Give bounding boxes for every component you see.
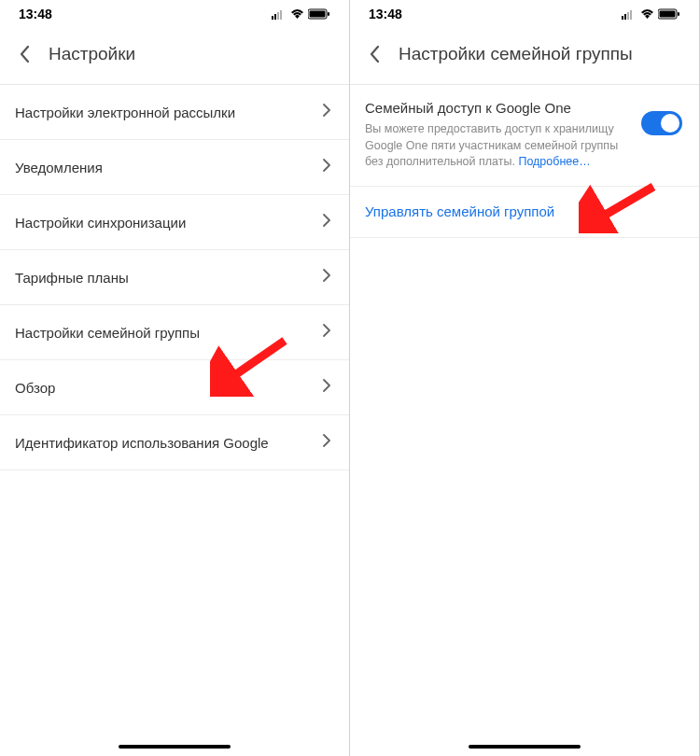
- learn-more-link[interactable]: Подробнее…: [518, 155, 590, 168]
- svg-rect-3: [280, 10, 282, 20]
- svg-rect-0: [272, 16, 273, 20]
- list-item-label: Настройки семейной группы: [15, 325, 200, 341]
- status-bar: 13:48: [0, 0, 349, 28]
- list-item-label: Настройки синхронизации: [15, 215, 186, 231]
- settings-item-sync[interactable]: Настройки синхронизации: [0, 195, 349, 250]
- family-access-toggle[interactable]: [641, 111, 682, 135]
- settings-item-usage-id[interactable]: Идентификатор использования Google: [0, 415, 349, 470]
- svg-rect-14: [678, 12, 679, 16]
- list-item-label: Уведомления: [15, 160, 103, 175]
- page-title: Настройки: [49, 44, 135, 64]
- battery-icon: [308, 8, 330, 20]
- settings-item-family[interactable]: Настройки семейной группы: [0, 305, 349, 360]
- status-icons: [272, 8, 330, 20]
- manage-family-link[interactable]: Управлять семейной группой: [365, 203, 554, 219]
- svg-rect-2: [277, 12, 279, 20]
- settings-item-email[interactable]: Настройки электронной рассылки: [0, 85, 349, 140]
- svg-rect-6: [328, 12, 329, 16]
- chevron-right-icon: [323, 324, 330, 341]
- list-item-label: Настройки электронной рассылки: [15, 105, 235, 120]
- header: Настройки: [0, 28, 349, 85]
- header: Настройки семейной группы: [350, 28, 699, 85]
- phone-right: 13:48 Настройки семейной группы Семейный…: [350, 0, 700, 756]
- dual-sim-icon: [622, 8, 637, 20]
- status-time: 13:48: [19, 7, 52, 21]
- list-item-label: Идентификатор использования Google: [15, 435, 269, 451]
- page-title: Настройки семейной группы: [399, 44, 633, 64]
- home-indicator[interactable]: [469, 745, 581, 749]
- svg-rect-1: [274, 14, 276, 20]
- dual-sim-icon: [272, 8, 287, 20]
- svg-rect-9: [624, 14, 626, 20]
- home-indicator[interactable]: [119, 745, 231, 749]
- settings-item-overview[interactable]: Обзор: [0, 360, 349, 415]
- svg-rect-13: [660, 11, 676, 18]
- section-title: Семейный доступ к Google One: [365, 100, 632, 116]
- settings-item-notifications[interactable]: Уведомления: [0, 140, 349, 195]
- battery-icon: [658, 8, 680, 20]
- svg-rect-11: [630, 10, 632, 20]
- list-item-label: Тарифные планы: [15, 270, 129, 286]
- status-bar: 13:48: [350, 0, 699, 28]
- back-button[interactable]: [361, 41, 387, 67]
- svg-rect-8: [622, 16, 623, 20]
- svg-rect-10: [627, 12, 629, 20]
- status-icons: [622, 8, 680, 20]
- status-time: 13:48: [369, 7, 402, 21]
- svg-rect-5: [310, 11, 326, 18]
- section-description: Вы можете предоставить доступ к хранилищ…: [365, 121, 632, 171]
- chevron-right-icon: [323, 104, 330, 120]
- back-button[interactable]: [11, 41, 37, 67]
- chevron-right-icon: [323, 379, 330, 396]
- chevron-right-icon: [323, 269, 330, 286]
- settings-item-plans[interactable]: Тарифные планы: [0, 250, 349, 305]
- family-access-section: Семейный доступ к Google One Вы можете п…: [350, 85, 699, 187]
- wifi-icon: [290, 8, 304, 20]
- chevron-right-icon: [323, 159, 330, 175]
- manage-family-row[interactable]: Управлять семейной группой: [350, 187, 699, 238]
- list-item-label: Обзор: [15, 380, 55, 396]
- chevron-right-icon: [323, 434, 330, 451]
- phone-left: 13:48 Настройки Настройки электронной ра…: [0, 0, 350, 756]
- chevron-right-icon: [323, 214, 330, 231]
- wifi-icon: [640, 8, 654, 20]
